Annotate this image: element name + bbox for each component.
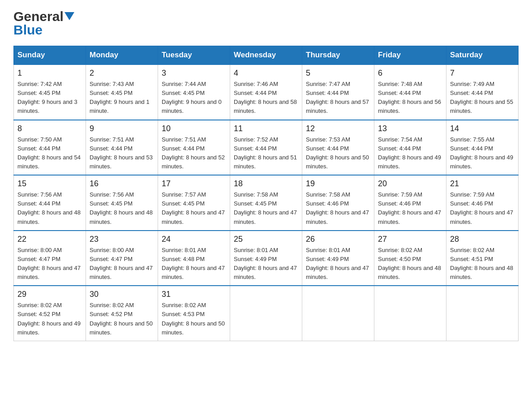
calendar-cell: 31Sunrise: 8:02 AMSunset: 4:53 PMDayligh… [158, 286, 230, 341]
day-number: 1 [17, 68, 82, 78]
day-info: Sunrise: 7:55 AMSunset: 4:44 PMDaylight:… [450, 135, 515, 171]
day-info: Sunrise: 7:46 AMSunset: 4:44 PMDaylight:… [234, 80, 298, 116]
calendar-cell: 22Sunrise: 8:00 AMSunset: 4:47 PMDayligh… [14, 231, 86, 286]
day-number: 19 [306, 179, 370, 188]
calendar-cell: 6Sunrise: 7:48 AMSunset: 4:44 PMDaylight… [374, 64, 446, 120]
day-number: 28 [450, 235, 515, 244]
calendar-cell: 30Sunrise: 8:02 AMSunset: 4:52 PMDayligh… [86, 286, 158, 341]
day-info: Sunrise: 7:58 AMSunset: 4:46 PMDaylight:… [306, 190, 370, 227]
day-number: 8 [17, 124, 82, 133]
day-info: Sunrise: 7:53 AMSunset: 4:44 PMDaylight:… [306, 135, 370, 171]
day-info: Sunrise: 8:02 AMSunset: 4:50 PMDaylight:… [378, 246, 442, 282]
calendar-cell [374, 286, 446, 341]
day-info: Sunrise: 8:02 AMSunset: 4:52 PMDaylight:… [17, 301, 82, 337]
day-number: 27 [378, 235, 442, 244]
calendar-cell: 24Sunrise: 8:01 AMSunset: 4:48 PMDayligh… [158, 231, 230, 286]
day-number: 10 [162, 124, 226, 133]
day-info: Sunrise: 7:51 AMSunset: 4:44 PMDaylight:… [90, 135, 154, 171]
day-info: Sunrise: 7:42 AMSunset: 4:45 PMDaylight:… [17, 80, 82, 116]
day-number: 26 [306, 235, 370, 244]
weekday-header-friday: Friday [374, 46, 446, 65]
calendar-cell: 4Sunrise: 7:46 AMSunset: 4:44 PMDaylight… [230, 64, 302, 120]
logo: General Blue [13, 9, 74, 38]
logo-general-text: General [13, 9, 64, 24]
day-info: Sunrise: 7:44 AMSunset: 4:45 PMDaylight:… [162, 80, 226, 116]
day-info: Sunrise: 7:58 AMSunset: 4:45 PMDaylight:… [234, 190, 298, 227]
day-info: Sunrise: 8:02 AMSunset: 4:51 PMDaylight:… [450, 246, 515, 282]
day-info: Sunrise: 8:01 AMSunset: 4:49 PMDaylight:… [306, 246, 370, 282]
day-info: Sunrise: 7:50 AMSunset: 4:44 PMDaylight:… [17, 135, 82, 171]
weekday-header-row: SundayMondayTuesdayWednesdayThursdayFrid… [14, 46, 519, 65]
calendar-cell: 14Sunrise: 7:55 AMSunset: 4:44 PMDayligh… [446, 120, 519, 176]
calendar-cell: 9Sunrise: 7:51 AMSunset: 4:44 PMDaylight… [86, 120, 158, 176]
calendar-cell: 21Sunrise: 7:59 AMSunset: 4:46 PMDayligh… [446, 175, 519, 231]
calendar-week-row: 8Sunrise: 7:50 AMSunset: 4:44 PMDaylight… [14, 120, 519, 176]
svg-marker-0 [64, 12, 74, 20]
day-number: 6 [378, 68, 442, 78]
weekday-header-saturday: Saturday [446, 46, 519, 65]
calendar-cell: 27Sunrise: 8:02 AMSunset: 4:50 PMDayligh… [374, 231, 446, 286]
calendar-cell: 13Sunrise: 7:54 AMSunset: 4:44 PMDayligh… [374, 120, 446, 176]
day-number: 30 [90, 290, 154, 299]
day-number: 18 [234, 179, 298, 188]
day-info: Sunrise: 7:52 AMSunset: 4:44 PMDaylight:… [234, 135, 298, 171]
day-number: 16 [90, 179, 154, 188]
day-info: Sunrise: 8:02 AMSunset: 4:52 PMDaylight:… [90, 301, 154, 337]
weekday-header-thursday: Thursday [302, 46, 374, 65]
day-number: 25 [234, 235, 298, 244]
day-info: Sunrise: 8:01 AMSunset: 4:48 PMDaylight:… [162, 246, 226, 282]
calendar-cell: 17Sunrise: 7:57 AMSunset: 4:45 PMDayligh… [158, 175, 230, 231]
day-number: 9 [90, 124, 154, 133]
day-number: 15 [17, 179, 82, 188]
day-number: 3 [162, 68, 226, 78]
day-info: Sunrise: 7:56 AMSunset: 4:45 PMDaylight:… [90, 190, 154, 227]
weekday-header-wednesday: Wednesday [230, 46, 302, 65]
calendar-cell [302, 286, 374, 341]
day-info: Sunrise: 7:59 AMSunset: 4:46 PMDaylight:… [450, 190, 515, 227]
day-number: 31 [162, 290, 226, 299]
logo-arrow-icon [64, 12, 74, 22]
day-number: 21 [450, 179, 515, 188]
weekday-header-monday: Monday [86, 46, 158, 65]
logo-blue-text: Blue [13, 22, 43, 38]
day-number: 24 [162, 235, 226, 244]
day-info: Sunrise: 8:00 AMSunset: 4:47 PMDaylight:… [17, 246, 82, 282]
day-info: Sunrise: 8:02 AMSunset: 4:53 PMDaylight:… [162, 301, 226, 337]
day-number: 17 [162, 179, 226, 188]
calendar-cell: 8Sunrise: 7:50 AMSunset: 4:44 PMDaylight… [14, 120, 86, 176]
day-info: Sunrise: 7:56 AMSunset: 4:44 PMDaylight:… [17, 190, 82, 227]
calendar-cell: 28Sunrise: 8:02 AMSunset: 4:51 PMDayligh… [446, 231, 519, 286]
weekday-header-tuesday: Tuesday [158, 46, 230, 65]
day-info: Sunrise: 8:00 AMSunset: 4:47 PMDaylight:… [90, 246, 154, 282]
day-info: Sunrise: 7:54 AMSunset: 4:44 PMDaylight:… [378, 135, 442, 171]
day-number: 2 [90, 68, 154, 78]
day-number: 13 [378, 124, 442, 133]
day-number: 5 [306, 68, 370, 78]
calendar-week-row: 22Sunrise: 8:00 AMSunset: 4:47 PMDayligh… [14, 231, 519, 286]
calendar-cell: 1Sunrise: 7:42 AMSunset: 4:45 PMDaylight… [14, 64, 86, 120]
weekday-header-sunday: Sunday [14, 46, 86, 65]
calendar-cell: 10Sunrise: 7:51 AMSunset: 4:44 PMDayligh… [158, 120, 230, 176]
calendar-cell: 16Sunrise: 7:56 AMSunset: 4:45 PMDayligh… [86, 175, 158, 231]
day-info: Sunrise: 7:48 AMSunset: 4:44 PMDaylight:… [378, 80, 442, 116]
calendar-cell: 20Sunrise: 7:59 AMSunset: 4:46 PMDayligh… [374, 175, 446, 231]
calendar-cell: 18Sunrise: 7:58 AMSunset: 4:45 PMDayligh… [230, 175, 302, 231]
calendar-cell: 23Sunrise: 8:00 AMSunset: 4:47 PMDayligh… [86, 231, 158, 286]
calendar-cell: 2Sunrise: 7:43 AMSunset: 4:45 PMDaylight… [86, 64, 158, 120]
calendar-week-row: 15Sunrise: 7:56 AMSunset: 4:44 PMDayligh… [14, 175, 519, 231]
day-number: 23 [90, 235, 154, 244]
calendar-cell: 3Sunrise: 7:44 AMSunset: 4:45 PMDaylight… [158, 64, 230, 120]
calendar-cell: 15Sunrise: 7:56 AMSunset: 4:44 PMDayligh… [14, 175, 86, 231]
calendar-cell [230, 286, 302, 341]
day-number: 12 [306, 124, 370, 133]
day-number: 20 [378, 179, 442, 188]
day-number: 29 [17, 290, 82, 299]
page-header: General Blue [13, 9, 519, 38]
day-number: 22 [17, 235, 82, 244]
calendar-cell: 19Sunrise: 7:58 AMSunset: 4:46 PMDayligh… [302, 175, 374, 231]
calendar-table: SundayMondayTuesdayWednesdayThursdayFrid… [13, 46, 519, 341]
day-info: Sunrise: 7:49 AMSunset: 4:44 PMDaylight:… [450, 80, 515, 116]
day-number: 14 [450, 124, 515, 133]
day-info: Sunrise: 7:57 AMSunset: 4:45 PMDaylight:… [162, 190, 226, 227]
calendar-cell: 25Sunrise: 8:01 AMSunset: 4:49 PMDayligh… [230, 231, 302, 286]
